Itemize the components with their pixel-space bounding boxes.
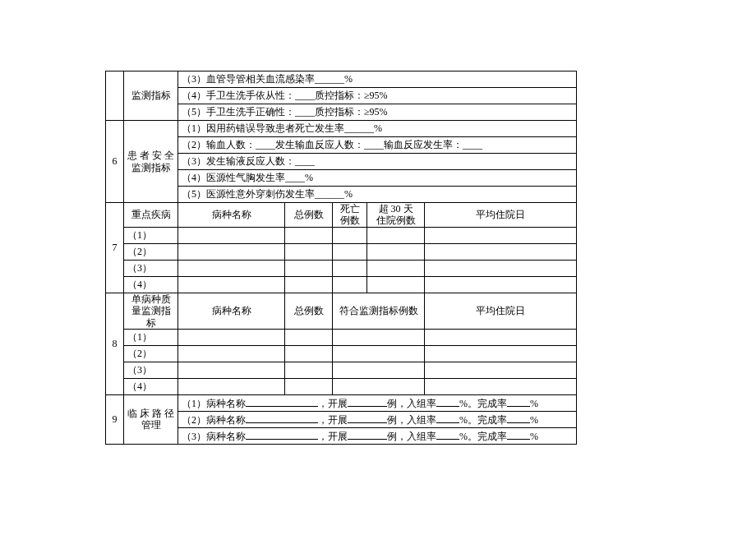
sec6-row-2: （2）输血人数：____发生输血反应人数：____输血反应发生率：____ <box>178 137 577 154</box>
sec7-label: 重点疾病 <box>124 203 178 228</box>
sec7-idx: 7 <box>106 203 124 293</box>
sec8-h-name: 病种名称 <box>178 293 285 329</box>
sec6-row-4: （4）医源性气胸发生率____% <box>178 170 577 187</box>
sec6-label: 患 者 安 全 监测指标 <box>124 121 178 203</box>
indicator-table: 监测指标 （3）血管导管相关血流感染率______% （4）手卫生洗手依从性：_… <box>105 71 577 445</box>
sec7-r3: （3） <box>124 260 178 276</box>
sec7-h-total: 总例数 <box>285 203 333 228</box>
sec9-idx: 9 <box>106 394 124 444</box>
sec9-r3: （3）病种名称，开展例，入组率%。完成率% <box>178 427 577 444</box>
sec8-r2: （2） <box>124 345 178 362</box>
sec9-r1: （1）病种名称，开展例，入组率%。完成率% <box>178 394 577 411</box>
sec7-h-name: 病种名称 <box>178 203 285 228</box>
sec9-label: 临 床 路 径 管理 <box>124 394 178 444</box>
prev-row-3: （3）血管导管相关血流感染率______% <box>178 71 577 88</box>
sec6-row-1: （1）因用药错误导致患者死亡发生率______% <box>178 121 577 137</box>
sec8-idx: 8 <box>106 293 124 394</box>
sec8-r1: （1） <box>124 329 178 345</box>
sec9-r2: （2）病种名称，开展例，入组率%。完成率% <box>178 411 577 427</box>
sec7-h-death: 死亡例数 <box>333 203 367 228</box>
sec7-r4: （4） <box>124 276 178 293</box>
prev-label: 监测指标 <box>124 71 178 121</box>
sec7-h-over30: 超 30 天住院例数 <box>367 203 425 228</box>
sec8-h-total: 总例数 <box>285 293 333 329</box>
prev-idx <box>106 71 124 121</box>
sec7-r1: （1） <box>124 227 178 243</box>
sec8-r4: （4） <box>124 378 178 394</box>
sec7-r2: （2） <box>124 243 178 260</box>
sec6-row-5: （5）医源性意外穿刺伤发生率______% <box>178 187 577 203</box>
sec7-h-avg: 平均住院日 <box>425 203 577 228</box>
sec8-h-fit: 符合监测指标例数 <box>333 293 425 329</box>
sec8-h-avg: 平均住院日 <box>425 293 577 329</box>
sec6-idx: 6 <box>106 121 124 203</box>
sec6-row-3: （3）发生输液反应人数：____ <box>178 154 577 170</box>
sec8-label: 单病种质量监测指标 <box>124 293 178 329</box>
prev-row-5: （5）手卫生洗手正确性：____质控指标：≥95% <box>178 104 577 121</box>
sec8-r3: （3） <box>124 362 178 378</box>
prev-row-4: （4）手卫生洗手依从性：____质控指标：≥95% <box>178 88 577 104</box>
